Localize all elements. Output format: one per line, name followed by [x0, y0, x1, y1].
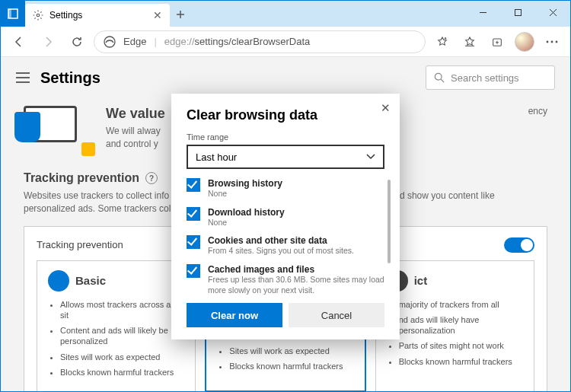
app-icon [1, 1, 25, 27]
refresh-button[interactable] [65, 30, 89, 54]
card-balanced[interactable]: ced Sites will work as expected Blocks k… [205, 260, 365, 392]
new-tab-button[interactable] [170, 4, 191, 25]
tab-title: Settings [49, 10, 82, 21]
settings-header: Settings Search settings [1, 57, 570, 98]
svg-point-6 [547, 40, 549, 43]
tracking-panel: Tracking prevention Basic Allows most tr… [24, 226, 547, 392]
page-title: Settings [40, 69, 100, 87]
hero-text: We will alwayand control y [106, 125, 165, 151]
card-strict[interactable]: ict majority of trackers from all nd ads… [375, 260, 534, 392]
svg-rect-3 [515, 9, 521, 15]
address-bar[interactable]: Edge | edge://settings/clearBrowserData [94, 30, 426, 53]
toolbar: Edge | edge://settings/clearBrowserData [1, 27, 570, 57]
search-icon [434, 72, 445, 83]
search-placeholder: Search settings [451, 72, 519, 84]
svg-point-2 [37, 14, 40, 17]
privacy-illustration [24, 106, 92, 151]
balanced-icon [217, 271, 238, 292]
card-basic[interactable]: Basic Allows most trackers across all si… [37, 260, 196, 392]
basic-icon [48, 270, 69, 292]
close-icon[interactable]: ✕ [153, 9, 162, 21]
shield-icon [14, 112, 40, 142]
settings-content: We value We will alwayand control y ency… [1, 98, 570, 392]
maximize-button[interactable] [500, 1, 535, 24]
search-settings-input[interactable]: Search settings [426, 65, 555, 90]
tracking-heading: Tracking prevention ? [24, 171, 547, 185]
hero-heading: We value [106, 106, 165, 122]
svg-point-9 [435, 73, 442, 80]
back-button[interactable] [7, 30, 31, 54]
forward-button[interactable] [36, 30, 60, 54]
info-icon[interactable]: ? [145, 172, 158, 184]
hero-ency: ency [528, 106, 547, 151]
lock-icon [81, 142, 95, 156]
tracking-desc: Websites use trackers to collect infos a… [24, 190, 547, 215]
hamburger-icon[interactable] [16, 72, 30, 83]
titlebar: Settings ✕ [1, 1, 570, 27]
favorites-icon[interactable] [458, 30, 482, 54]
tracking-toggle[interactable] [504, 237, 534, 253]
minimize-button[interactable] [465, 1, 500, 24]
address-url: edge://settings/clearBrowserData [164, 36, 311, 47]
menu-button[interactable] [540, 30, 564, 54]
panel-label: Tracking prevention [37, 239, 123, 250]
gear-icon [33, 10, 43, 21]
address-app: Edge [123, 36, 146, 47]
close-window-button[interactable] [535, 1, 570, 24]
browser-tab[interactable]: Settings ✕ [25, 4, 170, 27]
profile-avatar[interactable] [512, 30, 537, 54]
strict-icon [387, 270, 408, 292]
star-plus-icon[interactable] [430, 30, 455, 54]
edge-icon [104, 36, 116, 48]
svg-rect-1 [8, 9, 11, 18]
svg-point-8 [556, 40, 558, 43]
window-controls [465, 1, 570, 24]
svg-point-7 [551, 40, 553, 43]
collections-icon[interactable] [485, 30, 509, 54]
